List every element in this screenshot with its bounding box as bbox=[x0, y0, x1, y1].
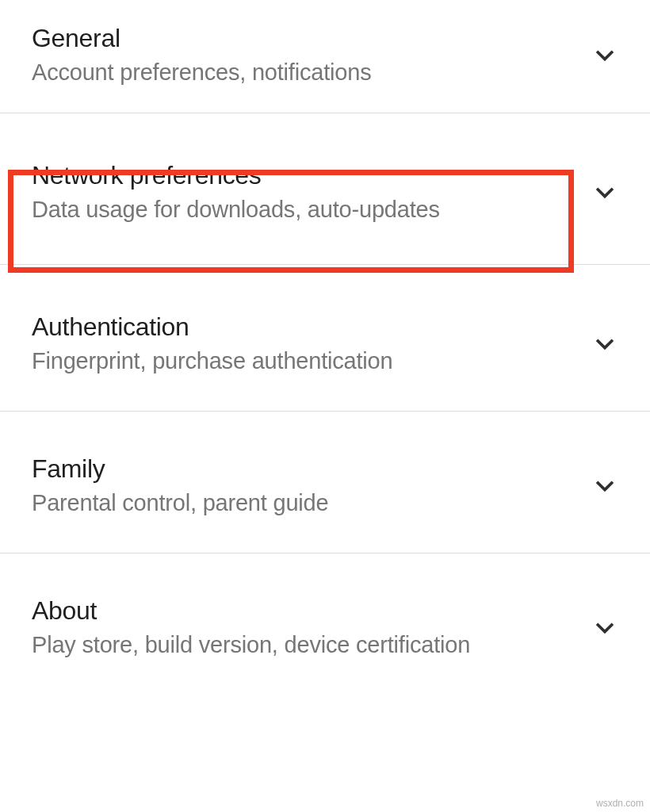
settings-item-subtitle: Account preferences, notifications bbox=[32, 59, 575, 86]
settings-item-subtitle: Data usage for downloads, auto-updates bbox=[32, 197, 575, 223]
settings-item-authentication[interactable]: Authentication Fingerprint, purchase aut… bbox=[0, 265, 650, 412]
settings-item-subtitle: Play store, build version, device certif… bbox=[32, 632, 575, 658]
chevron-down-icon bbox=[591, 330, 618, 357]
settings-item-text: Authentication Fingerprint, purchase aut… bbox=[32, 312, 575, 374]
settings-item-title: About bbox=[32, 596, 575, 626]
settings-item-title: Network preferences bbox=[32, 161, 575, 190]
settings-item-title: General bbox=[32, 24, 575, 53]
settings-item-title: Family bbox=[32, 454, 575, 484]
chevron-down-icon bbox=[591, 614, 618, 641]
watermark: wsxdn.com bbox=[596, 798, 644, 809]
settings-item-about[interactable]: About Play store, build version, device … bbox=[0, 553, 650, 682]
chevron-down-icon bbox=[591, 472, 618, 499]
settings-item-family[interactable]: Family Parental control, parent guide bbox=[0, 412, 650, 553]
settings-item-text: About Play store, build version, device … bbox=[32, 596, 575, 658]
settings-item-subtitle: Parental control, parent guide bbox=[32, 490, 575, 516]
settings-item-text: Network preferences Data usage for downl… bbox=[32, 161, 575, 223]
settings-list: General Account preferences, notificatio… bbox=[0, 0, 650, 682]
settings-item-text: General Account preferences, notificatio… bbox=[32, 24, 575, 86]
settings-item-title: Authentication bbox=[32, 312, 575, 342]
settings-item-subtitle: Fingerprint, purchase authentication bbox=[32, 348, 575, 374]
settings-item-general[interactable]: General Account preferences, notificatio… bbox=[0, 8, 650, 113]
settings-item-text: Family Parental control, parent guide bbox=[32, 454, 575, 516]
settings-item-network-preferences[interactable]: Network preferences Data usage for downl… bbox=[0, 113, 650, 265]
chevron-down-icon bbox=[591, 41, 618, 68]
chevron-down-icon bbox=[591, 178, 618, 205]
